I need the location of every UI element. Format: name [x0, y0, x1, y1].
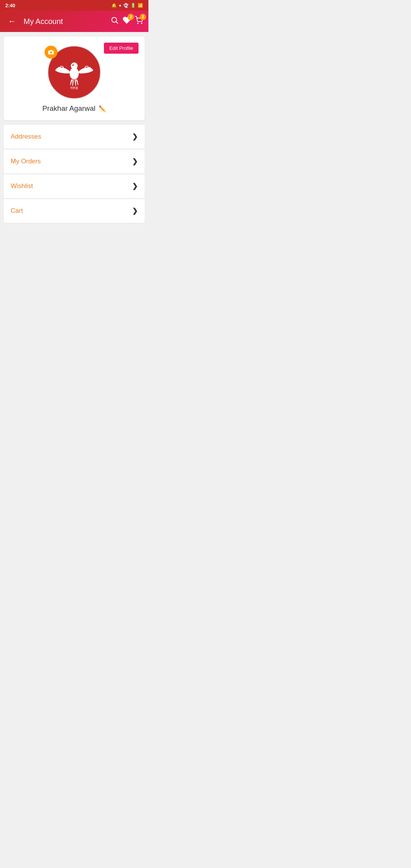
edit-profile-button[interactable]: Edit Profile [104, 43, 139, 54]
profile-card: Edit Profile [4, 37, 145, 120]
svg-line-1 [116, 22, 118, 23]
profile-name-text: Prakhar Agarwal [42, 104, 95, 113]
cart-button[interactable]: 2 [135, 16, 143, 27]
wishlist-button[interactable]: 3 [123, 16, 131, 27]
svg-text:गरुड: गरुड [70, 86, 78, 90]
menu-list: Addresses ❯ My Orders ❯ Wishlist ❯ Cart … [4, 125, 145, 223]
status-icons: 🔔 ● 👻 🔋 📶 [112, 3, 143, 8]
menu-item-cart[interactable]: Cart ❯ [4, 199, 145, 223]
menu-item-label: Wishlist [11, 182, 33, 190]
avatar-image: गरुड [53, 51, 95, 93]
svg-point-9 [50, 51, 52, 53]
signal-icon: 📶 [138, 3, 143, 8]
profile-name: Prakhar Agarwal ✏️ [42, 104, 106, 113]
back-button[interactable]: ← [5, 16, 19, 26]
app-bar-actions: 3 2 [110, 16, 143, 27]
page-title: My Account [24, 17, 106, 26]
menu-item-label: Addresses [11, 133, 41, 140]
svg-point-5 [71, 62, 78, 69]
avatar-container: गरुड [48, 46, 101, 99]
whatsapp-icon: ● [119, 3, 121, 8]
search-button[interactable] [110, 16, 119, 27]
menu-item-my-orders[interactable]: My Orders ❯ [4, 150, 145, 174]
camera-icon-button[interactable] [45, 46, 57, 59]
app-bar: ← My Account 3 2 [0, 11, 148, 32]
menu-item-chevron: ❯ [132, 207, 138, 215]
status-time: 2:40 [5, 3, 15, 8]
svg-point-7 [72, 64, 74, 66]
menu-item-label: My Orders [11, 158, 41, 165]
cart-badge: 2 [140, 14, 146, 20]
menu-item-wishlist[interactable]: Wishlist ❯ [4, 174, 145, 198]
svg-point-3 [141, 23, 142, 24]
snapchat-icon: 👻 [123, 3, 129, 8]
battery-icon: 🔋 [131, 3, 136, 8]
edit-name-icon[interactable]: ✏️ [99, 105, 106, 112]
svg-point-2 [137, 23, 138, 24]
menu-item-chevron: ❯ [132, 182, 138, 190]
menu-item-chevron: ❯ [132, 132, 138, 141]
menu-item-label: Cart [11, 207, 23, 215]
status-bar: 2:40 🔔 ● 👻 🔋 📶 [0, 0, 148, 11]
wishlist-badge: 3 [127, 14, 134, 20]
menu-item-addresses[interactable]: Addresses ❯ [4, 125, 145, 149]
menu-item-chevron: ❯ [132, 157, 138, 166]
notification-icon: 🔔 [112, 3, 117, 8]
